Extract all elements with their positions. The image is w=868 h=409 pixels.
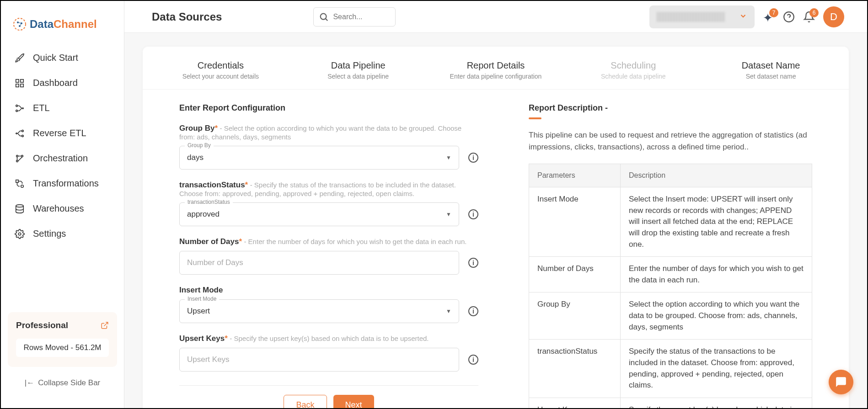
page-title: Data Sources [152, 11, 222, 23]
rows-moved: Rows Moved - 561.2M [16, 339, 109, 357]
chevron-down-icon: ▼ [446, 211, 451, 218]
description-text: This pipeline can be used to request and… [529, 129, 812, 153]
info-icon[interactable]: i [468, 209, 478, 219]
sidebar-item-warehouses[interactable]: Warehouses [8, 196, 117, 221]
sidebar-item-dashboard[interactable]: Dashboard [8, 70, 117, 96]
section-title: Enter Report Configuration [179, 103, 478, 113]
svg-rect-8 [16, 84, 19, 86]
search-icon [319, 12, 329, 22]
stepper: CredentialsSelect your account details D… [143, 47, 849, 90]
info-icon[interactable]: i [468, 258, 478, 268]
topbar: Data Sources ✦7 6 D [124, 1, 867, 33]
parameters-table: Parameters Description Insert ModeSelect… [529, 164, 812, 408]
field-group-by: Group By* - Select the option according … [179, 124, 478, 170]
field-insert-mode: Insert Mode Insert Mode Upsert▼ i [179, 286, 478, 323]
table-row: Upsert KeysSpecify the upsert key(s) bas… [529, 398, 812, 408]
step-report-details[interactable]: Report DetailsEnter data pipeline config… [427, 60, 565, 80]
table-header: Parameters [529, 164, 621, 187]
field-transaction-status: transactionStatus* - Specify the status … [179, 181, 478, 226]
rocket-icon [15, 53, 25, 63]
group-by-select[interactable]: days▼ [179, 146, 459, 170]
orchestration-icon [15, 154, 25, 164]
svg-point-19 [16, 204, 24, 207]
float-label: Insert Mode [185, 296, 219, 302]
sidebar-item-transformations[interactable]: Transformations [8, 171, 117, 196]
description-title: Report Description - [529, 103, 812, 113]
float-label: transactionStatus [185, 199, 233, 205]
step-scheduling[interactable]: SchedulingSchedule data pipeline [564, 60, 702, 80]
external-link-icon[interactable] [101, 321, 109, 329]
step-credentials[interactable]: CredentialsSelect your account details [152, 60, 289, 80]
sidebar-item-settings[interactable]: Settings [8, 221, 117, 246]
svg-rect-9 [21, 84, 23, 86]
chevron-down-icon: ▼ [446, 154, 451, 161]
step-dataset-name[interactable]: Dataset NameSet dataset name [702, 60, 840, 80]
search-wrap [313, 7, 396, 27]
svg-line-21 [104, 322, 108, 326]
nav-label: Orchestration [33, 153, 88, 164]
field-hint: - Specify the upsert key(s) based on whi… [230, 335, 429, 342]
chevron-down-icon: ▼ [446, 308, 451, 314]
content-card: CredentialsSelect your account details D… [143, 47, 849, 408]
insert-mode-select[interactable]: Upsert▼ [179, 299, 459, 323]
ai-sparkle-icon[interactable]: ✦7 [763, 11, 775, 23]
account-name-blurred [657, 12, 725, 22]
table-row: Number of DaysEnter the number of days f… [529, 257, 812, 292]
table-row: Group BySelect the option according to w… [529, 292, 812, 340]
info-icon[interactable]: i [468, 306, 478, 316]
account-dropdown[interactable] [649, 5, 755, 28]
bell-icon[interactable]: 6 [803, 11, 815, 23]
info-icon[interactable]: i [468, 153, 478, 163]
chevron-down-icon [739, 12, 747, 22]
sidebar-item-quick-start[interactable]: Quick Start [8, 45, 117, 70]
table-header: Description [621, 164, 812, 187]
sidebar-item-etl[interactable]: ETL [8, 96, 117, 121]
svg-point-13 [22, 135, 24, 137]
svg-point-18 [21, 185, 24, 187]
nav-items: Quick Start Dashboard ETL Reverse ETL Or… [1, 45, 124, 305]
field-label: transactionStatus* [179, 181, 248, 189]
sidebar-footer: Professional Rows Moved - 561.2M |← Coll… [1, 305, 124, 399]
svg-rect-6 [16, 79, 19, 82]
field-label: Group By* [179, 124, 218, 133]
logo-text: DataChannel [30, 18, 97, 31]
field-hint: - Select the option according to which y… [179, 124, 461, 141]
next-button[interactable]: Next [333, 395, 374, 408]
svg-point-0 [14, 18, 26, 30]
svg-point-16 [16, 160, 18, 162]
svg-rect-17 [16, 180, 19, 182]
svg-point-22 [321, 13, 327, 19]
table-row: Insert ModeSelect the Insert mode: UPSER… [529, 187, 812, 257]
float-label: Group By [185, 142, 214, 149]
sidebar-item-orchestration[interactable]: Orchestration [8, 146, 117, 171]
svg-point-14 [16, 155, 18, 157]
sidebar: DataChannel Quick Start Dashboard ETL Re… [1, 1, 124, 408]
field-label: Upsert Keys* [179, 334, 228, 343]
nav-label: Reverse ETL [33, 128, 86, 138]
nav-label: Transformations [33, 178, 99, 189]
field-hint: - Enter the number of days for which you… [244, 238, 466, 245]
chat-icon [835, 376, 847, 388]
underline [529, 117, 541, 119]
nav-label: Warehouses [33, 203, 84, 214]
info-icon[interactable]: i [468, 355, 478, 365]
plan-name: Professional [16, 320, 68, 330]
avatar[interactable]: D [823, 6, 844, 27]
logo[interactable]: DataChannel [1, 10, 124, 45]
divider [179, 385, 478, 386]
transaction-status-select[interactable]: approved▼ [179, 202, 459, 226]
etl-icon [15, 103, 25, 113]
step-data-pipeline[interactable]: Data PipelineSelect a data pipeline [289, 60, 427, 80]
plan-box: Professional Rows Moved - 561.2M [8, 312, 117, 367]
sidebar-item-reverse-etl[interactable]: Reverse ETL [8, 121, 117, 146]
upsert-keys-input[interactable]: Upsert Keys [179, 348, 459, 372]
number-of-days-input[interactable]: Number of Days [179, 251, 459, 275]
ai-badge: 7 [769, 8, 778, 17]
back-button[interactable]: Back [284, 395, 327, 408]
chat-fab[interactable] [829, 370, 853, 394]
collapse-sidebar-button[interactable]: |← Collapse Side Bar [8, 374, 117, 392]
svg-point-12 [22, 130, 24, 132]
svg-point-20 [18, 233, 21, 235]
help-icon[interactable] [783, 11, 795, 23]
svg-point-10 [16, 105, 18, 106]
